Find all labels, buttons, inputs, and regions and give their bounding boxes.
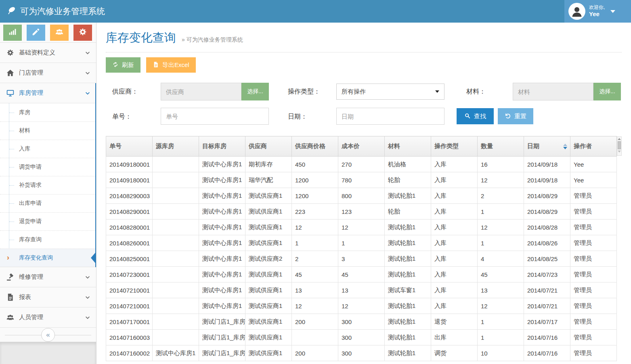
sidebar-subitem[interactable]: ›库存变化查询 bbox=[0, 249, 96, 267]
table-row[interactable]: 201407210001测试中心库房1测试供应商11212测试轮胎1入库1220… bbox=[106, 298, 617, 314]
column-header[interactable]: 材料 bbox=[385, 136, 431, 157]
table-cell: 测试轮胎1 bbox=[385, 188, 431, 204]
scrollbar-thumb[interactable] bbox=[618, 141, 621, 149]
material-input[interactable] bbox=[513, 83, 593, 100]
table-cell: 管理员 bbox=[570, 314, 617, 330]
scroll-up-icon[interactable] bbox=[618, 138, 621, 140]
table-cell: 测试中心库房1 bbox=[199, 157, 245, 172]
table-cell bbox=[153, 282, 199, 298]
order-no-input[interactable] bbox=[161, 108, 269, 125]
table-cell: 2014/08/26 bbox=[524, 235, 570, 251]
table-row[interactable]: 201408290001测试中心库房1测试供应商1223123轮胎入库12014… bbox=[106, 204, 617, 220]
table-cell: 测试门店1_库房1 bbox=[199, 330, 245, 345]
table-cell: 退货 bbox=[431, 314, 478, 330]
sidebar-subitem[interactable]: 出库申请 bbox=[0, 194, 96, 212]
table-row[interactable]: 201408250001测试中心库房1测试供应商223测试轮胎1入库42014/… bbox=[106, 251, 617, 267]
sidebar-subitem[interactable]: 库存查询 bbox=[0, 230, 96, 249]
table-cell: 测试中心库房1 bbox=[199, 204, 245, 220]
table-cell: 12 bbox=[338, 298, 385, 314]
reset-button[interactable]: 重置 bbox=[498, 108, 533, 124]
table-cell: 1 bbox=[338, 235, 385, 251]
column-header-label: 单号 bbox=[109, 142, 122, 149]
table-cell: 期初库存 bbox=[245, 157, 292, 172]
sidebar-item-base-data[interactable]: 基础资料定义 bbox=[0, 43, 96, 63]
table-cell: 测试供应商2 bbox=[245, 251, 292, 267]
table-cell: 12 bbox=[292, 220, 338, 235]
material-select-button[interactable]: 选择... bbox=[593, 83, 621, 100]
sidebar-subitem[interactable]: 补货请求 bbox=[0, 176, 96, 194]
welcome-text: 欢迎你, bbox=[589, 4, 605, 10]
table-cell: 2014/08/25 bbox=[524, 251, 570, 267]
sidebar-item-stores[interactable]: 门店管理 bbox=[0, 63, 96, 83]
column-header[interactable]: 操作类型 bbox=[431, 136, 478, 157]
app-brand[interactable]: 可为汽修业务管理系统 bbox=[7, 0, 105, 23]
column-header[interactable]: 成本价 bbox=[338, 136, 385, 157]
table-cell bbox=[153, 157, 199, 172]
vertical-scrollbar[interactable] bbox=[617, 136, 622, 156]
table-cell: 测试中心库房1 bbox=[199, 172, 245, 188]
table-cell bbox=[153, 251, 199, 267]
sort-icon[interactable] bbox=[563, 144, 567, 149]
table-cell: 测试中心库房1 bbox=[199, 220, 245, 235]
sidebar-collapse-button[interactable]: « bbox=[41, 328, 55, 342]
column-header[interactable]: 操作者 bbox=[570, 136, 617, 157]
edit-shortcut-button[interactable] bbox=[27, 25, 45, 41]
table-cell: 800 bbox=[338, 188, 385, 204]
table-cell: 测试轮胎1 bbox=[385, 267, 431, 282]
sidebar-subitem[interactable]: 材料 bbox=[0, 121, 96, 140]
table-row[interactable]: 201407160003测试门店1_库房1测试供应商1300测试轮胎1出库120… bbox=[106, 330, 617, 345]
stats-shortcut-button[interactable] bbox=[3, 25, 22, 41]
settings-shortcut-button[interactable] bbox=[73, 25, 92, 41]
sidebar-item-personnel[interactable]: 人员管理 bbox=[0, 308, 96, 328]
operation-type-select[interactable]: 所有操作 bbox=[336, 84, 444, 100]
table-row[interactable]: 201408290003测试中心库房1测试供应商11200800测试轮胎1入库2… bbox=[106, 188, 617, 204]
sidebar-subitem[interactable]: 入库 bbox=[0, 140, 96, 158]
table-cell: 2014/09/18 bbox=[524, 172, 570, 188]
users-shortcut-button[interactable] bbox=[50, 25, 69, 41]
supplier-select-button[interactable]: 选择... bbox=[241, 83, 269, 100]
column-header[interactable]: 供应商 bbox=[245, 136, 292, 157]
chevron-down-icon bbox=[85, 315, 90, 320]
sidebar-subitem-label: 调货申请 bbox=[19, 163, 42, 171]
refresh-button[interactable]: 刷新 bbox=[106, 57, 140, 73]
export-excel-button[interactable]: 导出Excel bbox=[146, 57, 196, 73]
table-cell: 1 bbox=[478, 204, 524, 220]
table-cell: 200 bbox=[292, 314, 338, 330]
sidebar-subitem[interactable]: 退货申请 bbox=[0, 212, 96, 230]
sidebar-item-reports[interactable]: 报表 bbox=[0, 287, 96, 308]
date-input[interactable] bbox=[336, 108, 444, 125]
table-cell: 测试轮胎1 bbox=[385, 298, 431, 314]
table-cell: 管理员 bbox=[570, 282, 617, 298]
column-header[interactable]: 供应商价格 bbox=[292, 136, 338, 157]
sidebar-subitem[interactable]: 库房 bbox=[0, 103, 96, 121]
sidebar-item-warehouse[interactable]: 库房管理 bbox=[0, 83, 96, 103]
search-button[interactable]: 查找 bbox=[457, 108, 494, 124]
sidebar-item-repair[interactable]: 维修管理 bbox=[0, 267, 96, 287]
table-row[interactable]: 201408260001测试中心库房1测试供应商111测试轮胎1入库12014/… bbox=[106, 235, 617, 251]
table-row[interactable]: 201407210001测试中心库房1测试供应商11313测试车窗1入库1320… bbox=[106, 282, 617, 298]
sidebar-subitem-label: 库存查询 bbox=[19, 236, 42, 243]
scroll-down-icon[interactable] bbox=[618, 151, 621, 153]
column-header[interactable]: 源库房 bbox=[153, 136, 199, 157]
column-header[interactable]: 数量 bbox=[478, 136, 524, 157]
table-body: 201409180001测试中心库房1期初库存450270机油格入库162014… bbox=[106, 157, 617, 361]
table-row[interactable]: 201408280001测试中心库房1测试供应商11212测试轮胎1入库1220… bbox=[106, 220, 617, 235]
table-row[interactable]: 201409180001测试中心库房1期初库存450270机油格入库162014… bbox=[106, 157, 617, 172]
table-cell: 201409180001 bbox=[106, 172, 153, 188]
column-header[interactable]: 日期 bbox=[524, 136, 570, 157]
table-row[interactable]: 201407230001测试中心库房1测试供应商14545测试轮胎1入库4520… bbox=[106, 267, 617, 282]
table-row[interactable]: 201407170001测试门店1_库房1测试供应商1200300测试轮胎1退货… bbox=[106, 314, 617, 330]
table-row[interactable]: 201409180001测试中心库房1瑞华汽配1200780轮胎入库122014… bbox=[106, 172, 617, 188]
user-menu[interactable]: 欢迎你, Yee bbox=[564, 0, 631, 23]
table-cell: 10 bbox=[478, 345, 524, 361]
supplier-input[interactable] bbox=[161, 83, 241, 100]
table-row[interactable]: 201407160002测试中心库房1测试门店1_库房1测试供应商1200300… bbox=[106, 345, 617, 361]
reset-label: 重置 bbox=[514, 113, 526, 120]
sidebar-subitem[interactable]: 调货申请 bbox=[0, 158, 96, 176]
table-cell: 管理员 bbox=[570, 204, 617, 220]
table-cell: 201407160003 bbox=[106, 330, 153, 345]
column-header[interactable]: 单号 bbox=[106, 136, 153, 157]
table-cell: 2014/07/16 bbox=[524, 330, 570, 345]
column-header[interactable]: 目标库房 bbox=[199, 136, 245, 157]
sidebar-group-warehouse: 库房管理 库房材料入库调货申请补货请求出库申请退货申请库存查询›库存变化查询 bbox=[0, 83, 96, 267]
